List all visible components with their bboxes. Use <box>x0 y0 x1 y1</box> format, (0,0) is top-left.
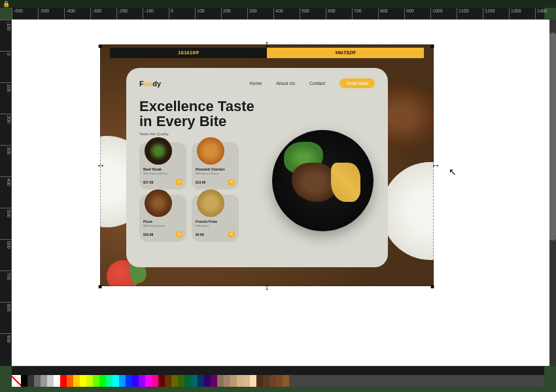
menu-item-pizza[interactable]: Pizza With Tasty Cheese $10.99+ <box>139 195 186 242</box>
swatch[interactable] <box>54 375 60 387</box>
swatch[interactable] <box>99 375 106 387</box>
swatch[interactable] <box>250 375 256 387</box>
swatch[interactable] <box>237 375 243 387</box>
main-area: -1000100200300400500600700800900 161616f… <box>0 20 556 366</box>
color-swatch-bar: 161616ff f4b732ff <box>110 48 424 58</box>
swatch[interactable] <box>256 375 263 387</box>
swatch-none[interactable] <box>12 375 21 387</box>
add-button[interactable]: + <box>176 179 182 186</box>
hero-dish-plate <box>272 130 374 231</box>
swatch[interactable] <box>34 375 41 387</box>
swatch[interactable] <box>217 375 224 387</box>
logo: Foody <box>139 80 235 88</box>
swatch[interactable] <box>224 375 230 387</box>
swatch[interactable] <box>269 375 276 387</box>
card-header: Foody Home About Us Contact Order Now <box>139 78 375 88</box>
swatch[interactable] <box>60 375 67 387</box>
menu-image-chicken <box>197 137 224 165</box>
order-now-button[interactable]: Order Now <box>339 78 375 88</box>
swatch[interactable] <box>67 375 73 387</box>
plate-right <box>381 162 434 260</box>
swatch[interactable] <box>27 375 34 387</box>
swatch[interactable] <box>73 375 80 387</box>
swatch[interactable] <box>80 375 86 387</box>
menu-image-steak <box>145 137 172 165</box>
swatch-yellow: f4b732ff <box>267 48 424 58</box>
color-palette[interactable] <box>12 375 544 387</box>
swatch[interactable] <box>198 375 204 387</box>
scrollbar-thumb[interactable] <box>549 33 556 240</box>
swatch[interactable] <box>21 375 27 387</box>
nav-about[interactable]: About Us <box>276 81 295 86</box>
add-button[interactable]: + <box>176 231 182 238</box>
menu-item-fries[interactable]: French Fries With Sauce $4.69+ <box>192 195 239 242</box>
swatch[interactable] <box>171 375 178 387</box>
swatch[interactable] <box>283 375 289 387</box>
menu-image-fries <box>197 189 224 217</box>
titlebar: 🔒 <box>0 0 556 8</box>
swatch[interactable] <box>263 375 269 387</box>
swatch[interactable] <box>139 375 145 387</box>
menu-image-pizza <box>145 189 172 217</box>
ruler-bottom <box>12 366 544 375</box>
swatch[interactable] <box>119 375 126 387</box>
swatch[interactable] <box>41 375 47 387</box>
scrollbar-vertical[interactable] <box>549 20 556 366</box>
ruler-vertical[interactable]: -1000100200300400500600700800900 <box>0 20 12 366</box>
swatch[interactable] <box>47 375 54 387</box>
swatch[interactable] <box>93 375 99 387</box>
swatch[interactable] <box>158 375 165 387</box>
nav-home[interactable]: Home <box>250 81 262 86</box>
menu-item-chicken[interactable]: Roasted Chicken With Spice & Sauce $13.9… <box>192 142 239 189</box>
swatch[interactable] <box>191 375 198 387</box>
swatch[interactable] <box>211 375 217 387</box>
swatch[interactable] <box>184 375 191 387</box>
swatch[interactable] <box>230 375 237 387</box>
swatch[interactable] <box>178 375 184 387</box>
add-button[interactable]: + <box>228 231 235 238</box>
swatch[interactable] <box>243 375 250 387</box>
artwork-group[interactable]: 161616ff f4b732ff Foody Home About Us Co… <box>100 44 434 286</box>
swatch[interactable] <box>106 375 113 387</box>
swatch[interactable] <box>132 375 139 387</box>
swatch-dark: 161616ff <box>110 48 267 58</box>
swatch[interactable] <box>276 375 283 387</box>
swatch[interactable] <box>204 375 211 387</box>
inkscape-window: 🔒 -600-500-400-300-200-10001002003004005… <box>0 0 556 392</box>
dish-fries <box>331 163 360 202</box>
hero-title: Excellence Taste in Every Bite <box>139 99 375 129</box>
nav-contact[interactable]: Contact <box>309 81 325 86</box>
swatch[interactable] <box>86 375 93 387</box>
menu-item-steak[interactable]: Beef Steak With Salad and Fries $17.99+ <box>139 142 186 189</box>
swatch[interactable] <box>145 375 152 387</box>
ruler-horizontal[interactable]: -600-500-400-300-200-1000100200300400500… <box>12 8 544 20</box>
swatch[interactable] <box>165 375 171 387</box>
swatch[interactable] <box>152 375 158 387</box>
canvas[interactable]: 161616ff f4b732ff Foody Home About Us Co… <box>12 20 556 366</box>
hero-card: Foody Home About Us Contact Order Now Ex… <box>126 68 388 267</box>
cursor-icon: ↖ <box>449 167 457 177</box>
lock-icon[interactable]: 🔒 <box>3 1 9 7</box>
swatch[interactable] <box>113 375 119 387</box>
add-button[interactable]: + <box>228 179 235 186</box>
swatch[interactable] <box>126 375 132 387</box>
